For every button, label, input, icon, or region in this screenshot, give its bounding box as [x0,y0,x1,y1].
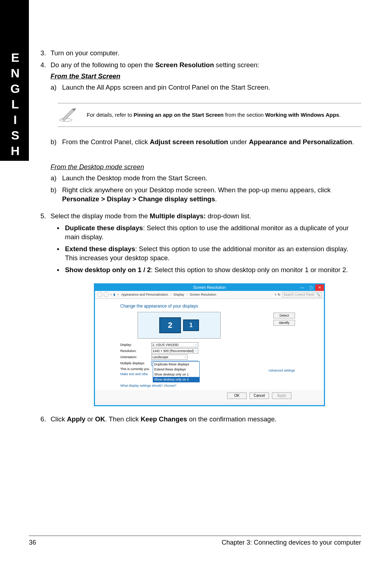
pen-icon [58,108,78,122]
dd-option-only2[interactable]: Show desktop only on 2 [153,377,199,382]
window-footer: OK Cancel Apply [95,390,324,402]
s6-pre: Click [51,415,67,423]
step-4a-text: Launch the All Apps screen and pin Contr… [62,83,270,92]
s4b-mid: under [228,138,249,146]
desk-b-text: Right click anywhere on your Desktop mod… [62,186,361,204]
from-desktop-heading: From the Desktop mode screen [51,163,361,172]
s6-b2: OK [95,415,105,423]
help-link[interactable]: What display settings should I choose? [120,383,299,388]
bullet-2: Extend these displays: Select this optio… [65,245,361,263]
resolution-select[interactable]: 1440 × 900 (Recommended)⌄ [151,348,198,353]
search-input[interactable]: Search Control Panel🔍 [282,292,322,297]
chevron-down-icon: ⌄ [184,355,186,359]
maximize-icon[interactable]: ▢ [307,284,315,291]
window-title: Screen Resolution [193,285,226,290]
dd-option-only1[interactable]: Show desktop only on 1 [153,372,199,377]
s5-post: drop-down list. [206,212,251,220]
ok-button[interactable]: OK [227,392,247,399]
step-4a-mark: a) [51,83,62,92]
bullet-1-mark: • [51,224,65,242]
bullet-2-mark: • [51,245,65,263]
step-6-number: 6. [29,415,51,424]
step-4-number: 4. [29,61,51,92]
address-bar: ↑ ▮ « Appearance and Personalization › D… [95,291,324,299]
note-post: . [339,112,341,118]
step-5-number: 5. [29,212,51,278]
chapter-label: Chapter 3: Connecting devices to your co… [222,539,361,546]
orientation-value: Landscape [152,355,168,359]
bullet-1: Duplicate these displays: Select this op… [65,224,361,242]
db-post: . [215,195,217,203]
step-4-post: setting screen: [214,61,259,69]
resolution-value: 1440 × 900 (Recommended) [152,349,194,353]
window-body: Change the appearance of your displays D… [95,299,324,390]
note-bold-1: Pinning an app on the Start Screen [134,112,224,118]
page-content: 3. Turn on your computer. 4. Do any of t… [29,49,361,427]
display-select[interactable]: 2. ASUS VW193D⌄ [151,342,198,347]
bullet-3-mark: • [51,266,65,275]
note-mid: from the section [224,112,265,118]
dd-option-duplicate[interactable]: Duplicate these displays [153,362,199,367]
step-4b-mark: b) [51,138,62,147]
make-text-link[interactable]: Make text and othe [120,372,299,376]
nav-forward-icon[interactable] [104,292,109,297]
bul1-b: Duplicate these displays [65,224,143,232]
s4b-b2: Appearance and Personalization [249,138,352,146]
close-icon[interactable]: ✕ [315,284,324,291]
display-label: Display: [120,343,151,347]
monitor-1-icon[interactable]: 1 [183,319,199,331]
minimize-icon[interactable]: — [298,284,307,291]
orientation-label: Orientation: [120,355,151,359]
multiple-displays-dropdown[interactable]: Duplicate these displays Extend these di… [153,361,200,383]
bullet-3: Show desktop only on 1 / 2: Select this … [65,266,361,275]
spacer-2 [29,163,51,204]
detect-button[interactable]: Detect [273,313,295,318]
bul3-t: : Select this option to show desktop onl… [151,266,348,274]
db-b: Personalize > Display > Change display s… [62,195,215,203]
s6-b3: Keep Changes [140,415,187,423]
s6-post: on the confirmation message. [187,415,277,423]
language-tab: ENGLISH [0,0,29,161]
crumb-2[interactable]: Display [174,292,185,297]
advanced-settings-link[interactable]: Advanced settings [268,368,295,373]
crumb-1[interactable]: Appearance and Personalization [121,292,168,297]
cancel-button[interactable]: Cancel [250,392,269,399]
body-heading: Change the appearance of your displays [120,303,299,309]
step-4-pre: Do any of the following to open the [51,61,155,69]
desk-a-text: Launch the Desktop mode from the Start S… [62,174,207,183]
step-6-body: Click Apply or OK. Then click Keep Chang… [51,415,361,424]
monitor-preview[interactable]: 2 1 [138,312,221,339]
s4b-b1: Adjust screen resolution [150,138,228,146]
nav-back-icon[interactable] [97,292,102,297]
screen-resolution-window: Screen Resolution — ▢ ✕ ↑ ▮ « Appearance… [94,283,325,406]
s6-mid1: or [86,415,95,423]
note-text: For details, refer to Pinning an app on … [87,111,341,119]
s5-pre: Select the display mode from the [51,212,150,220]
nav-up-icon[interactable]: ↑ [110,292,112,297]
s6-mid2: . Then click [105,415,140,423]
step-4-bold: Screen Resolution [155,61,214,69]
dd-option-extend[interactable]: Extend these displays [153,367,199,372]
s4b-pre: From the Control Panel, click [62,138,150,146]
chevron-down-icon: ⌄ [195,343,197,347]
language-label: ENGLISH [8,51,22,159]
s4b-post: . [352,138,354,146]
step-5-body: Select the display mode from the Multipl… [51,212,361,278]
s5-b: Multiple displays: [150,212,206,220]
desk-a-mark: a) [51,174,62,183]
note-pre: For details, refer to [87,112,134,118]
apply-button[interactable]: Apply [272,392,291,399]
window-titlebar[interactable]: Screen Resolution — ▢ ✕ [95,284,324,291]
s6-b1: Apply [67,415,85,423]
identify-button[interactable]: Identify [273,320,295,326]
bul3-b: Show desktop only on 1 / 2 [65,266,151,274]
display-value: 2. ASUS VW193D [152,343,179,347]
search-icon: 🔍 [316,292,320,297]
desk-b-mark: b) [51,186,62,204]
db-pre: Right click anywhere on your Desktop mod… [62,186,330,194]
step-4-body: Do any of the following to open the Scre… [51,61,361,92]
orientation-select[interactable]: Landscape⌄ [151,355,187,360]
monitor-2-icon[interactable]: 2 [159,317,181,333]
page-number: 36 [29,539,36,546]
crumb-3[interactable]: Screen Resolution [190,292,216,297]
